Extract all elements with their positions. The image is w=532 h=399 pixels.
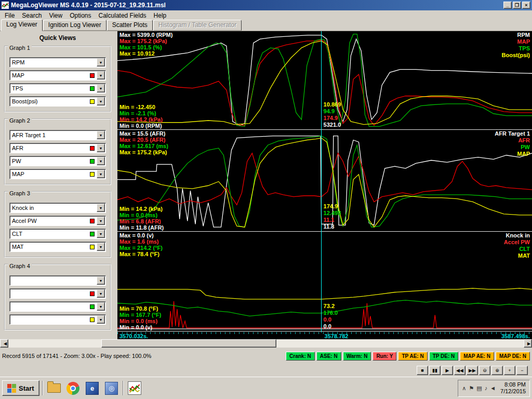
clipboard-icon[interactable]: ▤ [476,385,482,391]
dropdown-arrow-icon[interactable]: ▼ [97,84,105,92]
playback-speed-up-button[interactable]: + [504,366,515,375]
field-selector-clt[interactable]: CLT▼ [9,229,106,239]
playback-zoom-in-button[interactable]: ⊕ [491,366,503,375]
flag-icon[interactable]: ⚑ [469,385,474,391]
dropdown-arrow-icon[interactable]: ▼ [97,71,105,79]
dropdown-arrow-icon[interactable]: ▼ [97,58,105,66]
close-button[interactable]: × [522,2,530,9]
start-label: Start [19,384,34,392]
dropdown-arrow-icon[interactable]: ▼ [97,144,105,152]
volume-icon[interactable]: ◄ [490,385,496,391]
field-selector-knock-in[interactable]: Knock in▼ [9,203,106,213]
min-label: Min = -12.450 [119,104,163,110]
trace-color-chip [90,99,95,104]
dropdown-arrow-icon[interactable]: ▼ [97,302,105,311]
graph-panel-1[interactable]: Max = 5399.0 (RPM)Max = 175.2 (kPa)Max =… [117,31,532,130]
playback-cursor-line[interactable] [321,31,322,332]
folder-icon[interactable] [46,380,62,396]
start-button[interactable]: Start [2,380,39,396]
field-value: CLT [10,231,90,237]
megalogviewer-icon[interactable] [126,380,143,396]
title-bar[interactable]: MegaLogViewer MS 4.0.19 - 2015-07-12_19.… [0,0,532,10]
min-label: Min = 0.0 (v) [119,324,162,330]
field-selector-map[interactable]: MAP▼ [9,70,106,81]
graph-panel-3[interactable]: Max = 0.0 (v)Max = 1.6 (ms)Max = 214.2 (… [117,232,532,331]
dropdown-arrow-icon[interactable]: ▼ [97,97,105,105]
dropdown-arrow-icon[interactable]: ▼ [97,204,105,212]
field-selector-empty[interactable]: ▼ [9,301,106,312]
playback-stop-button[interactable]: ■ [417,366,428,375]
playback-fast-forward-button[interactable]: ▶▶ [467,366,478,375]
graph-panel-2[interactable]: Max = 15.5 (AFR)Max = 20.5 (AFR)Max = 12… [117,130,532,232]
max-values: Max = 15.5 (AFR)Max = 20.5 (AFR)Max = 12… [119,130,168,155]
field-selector-tps[interactable]: TPS▼ [9,83,106,94]
scroll-left-button[interactable]: ◀ [0,339,8,348]
playback-rewind-button[interactable]: ◀◀ [454,366,466,375]
field-selector-accel-pw[interactable]: Accel PW▼ [9,216,106,226]
menu-file[interactable]: File [1,11,18,20]
menu-view[interactable]: View [45,11,66,20]
menu-help[interactable]: Help [150,11,170,20]
trace-color-chip [90,245,95,249]
playback-play-button[interactable]: ▶ [442,366,453,375]
playback-zoom-out-button[interactable]: ⊖ [479,366,490,375]
playback-pause-button[interactable]: ▮▮ [429,366,441,375]
dropdown-arrow-icon[interactable]: ▼ [97,217,105,225]
tab-scatter-plots[interactable]: Scatter Plots [107,20,153,31]
min-label: Min = 0.0 (ms) [119,212,164,218]
horizontal-scrollbar[interactable]: ◀ ▶ [0,339,532,348]
trace-color-chip [90,86,95,91]
minimize-button[interactable]: _ [503,2,512,9]
scroll-right-button[interactable]: ▶ [524,339,532,348]
scrollbar-track[interactable] [8,339,524,348]
field-selector-empty[interactable]: ▼ [9,275,106,286]
trace-color-chip [90,159,95,164]
taskbar-divider [42,381,43,395]
dropdown-arrow-icon[interactable]: ▼ [97,243,105,251]
cursor-values: 73.2176.00.00.0 [324,303,338,330]
sound-icon[interactable]: ♪ [485,385,488,391]
record-status: Record 5915 of 17141 - Zoom: 3.00x - Pla… [2,353,286,359]
indicator-map-de-n: MAP DE: N [496,352,530,361]
field-selector-pw[interactable]: PW▼ [9,156,106,166]
tab-log-viewer[interactable]: Log Viewer [1,19,43,31]
trace-afr [117,153,532,205]
dropdown-arrow-icon[interactable]: ▼ [97,315,105,324]
field-value: RPM [10,59,96,65]
cursor-value: 0.0 [324,323,338,330]
field-selector-empty[interactable]: ▼ [9,288,106,299]
dropdown-arrow-icon[interactable]: ▼ [97,289,105,298]
cursor-value: 94.9 [324,108,341,115]
dropdown-arrow-icon[interactable]: ▼ [97,131,105,139]
taskbar-divider [123,381,124,395]
field-selector-rpm[interactable]: RPM▼ [9,57,106,68]
chart-area[interactable]: Max = 5399.0 (RPM)Max = 175.2 (kPa)Max =… [117,31,532,339]
hidden-icons-icon[interactable]: ∧ [462,385,466,391]
field-selector-map[interactable]: MAP▼ [9,169,106,179]
group-label: Graph 1 [8,45,32,51]
dropdown-arrow-icon[interactable]: ▼ [97,276,105,285]
window-title: MegaLogViewer MS 4.0.19 - 2015-07-12_19.… [11,2,503,9]
restore-button[interactable]: ❐ [513,2,521,9]
menu-options[interactable]: Options [66,11,95,20]
app-icon-1[interactable]: e [84,380,101,396]
time-axis[interactable]: 3570.032s. 3578.782 3587.498s. [117,332,532,339]
scrollbar-thumb[interactable] [101,339,276,348]
field-selector-empty[interactable]: ▼ [9,314,106,325]
field-value: Knock in [10,205,96,211]
menu-search[interactable]: Search [18,11,45,20]
dropdown-arrow-icon[interactable]: ▼ [97,170,105,178]
playback-speed-down-button[interactable]: − [516,366,528,375]
menu-calculated-fields[interactable]: Calculated Fields [95,11,150,20]
app-icon-2[interactable]: ◎ [103,380,120,396]
dropdown-arrow-icon[interactable]: ▼ [97,230,105,238]
field-selector-afr-target-1[interactable]: AFR Target 1▼ [9,130,106,140]
field-selector-afr[interactable]: AFR▼ [9,143,106,153]
chrome-icon[interactable] [65,380,82,396]
tab-ignition-log-viewer[interactable]: Ignition Log Viewer [43,20,107,31]
field-selector-mat[interactable]: MAT▼ [9,242,106,252]
dropdown-arrow-icon[interactable]: ▼ [97,157,105,165]
legend-item: AFR [495,137,530,144]
field-selector-boost-psi[interactable]: Boost(psi)▼ [9,96,106,107]
trace-color-chip [90,172,95,177]
